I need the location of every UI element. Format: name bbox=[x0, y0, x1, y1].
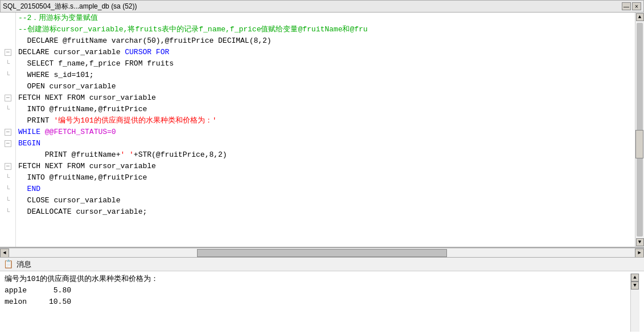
code-line: CLOSE cursor_variable bbox=[18, 195, 635, 206]
scroll-down-button[interactable]: ▼ bbox=[636, 238, 644, 246]
result-text: 编号为101的供应商提供的水果种类和价格为：apple 5.80melon 10… bbox=[5, 274, 630, 332]
gutter-line bbox=[0, 35, 15, 47]
code-token: CLOSE cursor_variable bbox=[18, 195, 120, 206]
code-token: INTO @fruitName,@fruitPrice bbox=[18, 104, 147, 115]
code-line: BEGIN bbox=[18, 138, 635, 149]
code-line: SELECT f_name,f_price FROM fruits bbox=[18, 58, 635, 70]
code-token: DECLARE @fruitName varchar(50),@fruitPri… bbox=[18, 35, 272, 47]
result-scroll-down[interactable]: ▼ bbox=[631, 282, 639, 290]
code-line: WHILE @@FETCH_STATUS=0 bbox=[18, 127, 635, 138]
gutter-line bbox=[0, 149, 15, 161]
result-content[interactable]: 编号为101的供应商提供的水果种类和价格为：apple 5.80melon 10… bbox=[0, 271, 644, 334]
code-token: DEALLOCATE cursor_variable; bbox=[18, 206, 147, 218]
result-title: 消息 bbox=[17, 259, 31, 270]
code-line: --创建游标cursor_variable,将fruits表中的记录f_name… bbox=[18, 24, 635, 35]
gutter-line: └ bbox=[0, 206, 15, 218]
gutter-line: └ bbox=[0, 195, 15, 206]
code-line: FETCH NEXT FROM cursor_variable bbox=[18, 161, 635, 172]
code-token: SELECT f_name,f_price FROM fruits bbox=[18, 58, 174, 70]
editor-pane: − └ └ − └ − − − bbox=[0, 13, 644, 248]
result-pane: 📋 消息 编号为101的供应商提供的水果种类和价格为：apple 5.80mel… bbox=[0, 257, 644, 334]
code-token: FETCH NEXT FROM cursor_variable bbox=[18, 92, 156, 104]
result-header: 📋 消息 bbox=[0, 258, 644, 271]
gutter-fold-line[interactable]: − bbox=[0, 47, 15, 58]
code-token: PRINT @fruitName+ bbox=[18, 149, 120, 161]
title-bar-text: SQL_20150504_游标.s...ample_db (sa (52)) bbox=[3, 2, 622, 11]
scroll-up-button[interactable]: ▲ bbox=[636, 13, 644, 21]
code-token: ' ' bbox=[120, 149, 133, 161]
gutter-fold-line[interactable]: − bbox=[0, 161, 15, 172]
result-line: melon 10.50 bbox=[5, 296, 630, 308]
code-line: --2．用游标为变量赋值 bbox=[18, 13, 635, 24]
code-token: CURSOR bbox=[125, 47, 151, 58]
gutter-line: └ bbox=[0, 58, 15, 70]
code-token: FETCH NEXT FROM cursor_variable bbox=[18, 161, 156, 172]
scroll-thumb-drag[interactable] bbox=[635, 130, 643, 158]
result-line: 编号为101的供应商提供的水果种类和价格为： bbox=[5, 274, 630, 285]
code-line: INTO @fruitName,@fruitPrice bbox=[18, 104, 635, 115]
gutter-line: └ bbox=[0, 184, 15, 195]
code-line: DEALLOCATE cursor_variable; bbox=[18, 206, 635, 218]
code-line: DECLARE cursor_variable CURSOR FOR bbox=[18, 47, 635, 58]
title-bar-buttons: — × bbox=[622, 2, 641, 10]
code-token: FOR bbox=[151, 47, 169, 58]
restore-button[interactable]: — bbox=[622, 2, 631, 10]
close-button[interactable]: × bbox=[632, 2, 641, 10]
result-scroll-up[interactable]: ▲ bbox=[631, 274, 639, 282]
gutter-fold-line[interactable]: − bbox=[0, 138, 15, 149]
h-scrollbar-editor: ◄ ► bbox=[0, 248, 644, 257]
gutter-fold-line[interactable]: − bbox=[0, 92, 15, 104]
code-line: FETCH NEXT FROM cursor_variable bbox=[18, 92, 635, 104]
code-token: INTO @fruitName,@fruitPrice bbox=[18, 172, 147, 184]
code-line: INTO @fruitName,@fruitPrice bbox=[18, 172, 635, 184]
code-token: PRINT bbox=[18, 115, 54, 127]
gutter-line: └ bbox=[0, 70, 15, 81]
code-token: WHILE bbox=[18, 127, 45, 138]
title-bar: SQL_20150504_游标.s...ample_db (sa (52)) —… bbox=[0, 0, 644, 13]
code-token: @@FETCH_STATUS=0 bbox=[45, 127, 116, 138]
editor-container: − └ └ − └ − − − bbox=[0, 13, 644, 334]
code-area[interactable]: --2．用游标为变量赋值--创建游标cursor_variable,将fruit… bbox=[16, 13, 635, 247]
gutter-fold-line[interactable]: − bbox=[0, 127, 15, 138]
code-token: WHERE s_id=101; bbox=[18, 70, 94, 81]
code-token: DECLARE cursor_variable bbox=[18, 47, 125, 58]
result-scrollbar[interactable]: ▲ ▼ bbox=[630, 274, 639, 332]
gutter-line bbox=[0, 13, 15, 24]
h-scroll-thumb[interactable] bbox=[197, 249, 448, 257]
code-line: DECLARE @fruitName varchar(50),@fruitPri… bbox=[18, 35, 635, 47]
vertical-scrollbar[interactable]: ▲ ▼ bbox=[635, 13, 644, 247]
gutter-line bbox=[0, 115, 15, 127]
code-line: PRINT @fruitName+' '+STR(@fruitPrice,8,2… bbox=[18, 149, 635, 161]
result-line: apple 5.80 bbox=[5, 285, 630, 296]
gutter-line: └ bbox=[0, 104, 15, 115]
code-line: OPEN cursor_variable bbox=[18, 81, 635, 92]
gutter-line bbox=[0, 24, 15, 35]
code-line: END bbox=[18, 184, 635, 195]
gutter-line bbox=[0, 81, 15, 92]
gutter: − └ └ − └ − − − bbox=[0, 13, 16, 247]
h-scroll-left-btn[interactable]: ◄ bbox=[0, 249, 9, 258]
code-token: --创建游标cursor_variable,将fruits表中的记录f_name… bbox=[18, 24, 368, 35]
code-token: --2．用游标为变量赋值 bbox=[18, 13, 98, 24]
code-token: END bbox=[18, 184, 40, 195]
h-scroll-track[interactable] bbox=[9, 249, 635, 257]
result-icon: 📋 bbox=[3, 259, 13, 269]
code-token: OPEN cursor_variable bbox=[18, 81, 116, 92]
code-token: '编号为101的供应商提供的水果种类和价格为：' bbox=[54, 115, 216, 127]
code-line: PRINT '编号为101的供应商提供的水果种类和价格为：' bbox=[18, 115, 635, 127]
code-token: +STR(@fruitPrice,8,2) bbox=[134, 149, 227, 161]
code-line: WHERE s_id=101; bbox=[18, 70, 635, 81]
h-scroll-right-btn[interactable]: ► bbox=[635, 249, 644, 258]
code-token: BEGIN bbox=[18, 138, 40, 149]
gutter-line: └ bbox=[0, 172, 15, 184]
